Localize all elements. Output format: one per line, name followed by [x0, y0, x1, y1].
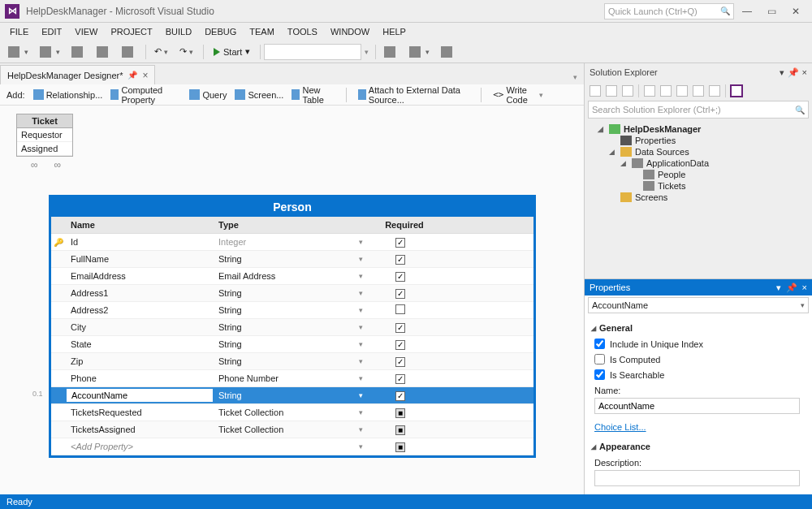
se-back-icon[interactable] [590, 85, 601, 97]
write-code-button[interactable]: <>Write Code▾ [493, 85, 543, 105]
add-screen-button[interactable]: Screen... [235, 89, 283, 100]
tree-table-tickets[interactable]: Tickets [588, 180, 812, 192]
prop-include-unique[interactable]: Include in Unique Index [591, 336, 806, 352]
menu-help[interactable]: HELP [376, 25, 412, 38]
property-required-cell[interactable]: ■ [368, 408, 433, 418]
property-required-cell[interactable]: ✓ [368, 254, 433, 265]
property-name-cell[interactable]: FullName [66, 254, 214, 264]
menu-project[interactable]: PROJECT [104, 25, 158, 38]
property-name-cell[interactable]: Id [66, 237, 214, 247]
close-button[interactable]: ✕ [784, 3, 807, 19]
is-computed-checkbox[interactable] [594, 354, 605, 364]
property-required-cell[interactable]: ✓ [368, 288, 433, 299]
property-type-cell[interactable]: String▾ [214, 305, 368, 315]
new-table-button[interactable]: New Table [292, 85, 335, 105]
required-checkbox[interactable]: ■ [395, 442, 405, 452]
property-name-cell[interactable]: TicketsRequested [66, 408, 214, 417]
required-checkbox[interactable]: ✓ [395, 238, 405, 248]
required-checkbox[interactable]: ✓ [395, 374, 405, 384]
property-row[interactable]: FullNameString▾✓ [51, 251, 533, 268]
redo-button[interactable]: ↷▾ [175, 45, 198, 58]
save-button[interactable] [92, 45, 115, 59]
add-computed-property-button[interactable]: Computed Property [110, 85, 181, 105]
property-name-cell[interactable]: Zip [66, 356, 214, 366]
prop-is-searchable[interactable]: Is Searchable [591, 367, 806, 382]
property-row[interactable]: Address1String▾✓ [51, 285, 533, 302]
menu-build[interactable]: BUILD [159, 25, 198, 38]
document-tab[interactable]: HelpDeskManager Designer* 📌 × [0, 65, 155, 84]
minimize-button[interactable]: — [736, 3, 758, 19]
property-required-cell[interactable]: ■ [368, 425, 433, 435]
required-checkbox[interactable]: ■ [395, 425, 405, 435]
property-type-cell[interactable]: Integer▾ [214, 237, 368, 247]
property-row[interactable]: TicketsRequestedTicket Collection▾■ [51, 404, 533, 421]
property-required-cell[interactable]: ■ [368, 442, 433, 452]
tree-project[interactable]: ◢HelpDeskManager [588, 123, 812, 135]
prop-description-input[interactable] [594, 470, 800, 486]
is-searchable-checkbox[interactable] [594, 369, 605, 380]
property-name-cell[interactable]: Address1 [66, 288, 214, 298]
attach-external-button[interactable]: Attach to External Data Source... [358, 85, 470, 105]
property-name-cell[interactable]: Address2 [66, 305, 214, 315]
se-sync-icon[interactable] [660, 85, 672, 97]
property-name-cell[interactable]: TicketsAssigned [66, 425, 214, 434]
property-type-cell[interactable]: String▾ [214, 288, 368, 298]
property-row[interactable]: TicketsAssignedTicket Collection▾■ [51, 421, 533, 438]
property-row[interactable]: 🔑IdInteger▾✓ [51, 234, 533, 251]
ticket-field[interactable]: Assigned [17, 142, 72, 156]
required-checkbox[interactable]: ✓ [395, 391, 405, 401]
property-row[interactable]: CityString▾✓ [51, 319, 533, 336]
property-required-cell[interactable]: ✓ [368, 373, 433, 384]
section-general[interactable]: General [591, 320, 806, 336]
ticket-entity[interactable]: Ticket Requestor Assigned [16, 114, 73, 157]
property-type-cell[interactable]: String▾ [214, 339, 368, 349]
se-collapse-icon[interactable] [676, 85, 688, 97]
undo-button[interactable]: ↶▾ [149, 45, 173, 58]
property-required-cell[interactable]: ✓ [368, 356, 433, 367]
property-type-cell[interactable]: Phone Number▾ [214, 373, 368, 383]
property-row[interactable]: PhonePhone Number▾✓ [51, 370, 533, 387]
property-type-cell[interactable]: ▾ [214, 442, 368, 451]
property-type-cell[interactable]: Ticket Collection▾ [214, 408, 368, 417]
maximize-button[interactable]: ▭ [760, 3, 783, 19]
se-home-icon[interactable] [622, 85, 633, 97]
required-checkbox[interactable]: ■ [395, 408, 405, 418]
property-type-cell[interactable]: Email Address▾ [214, 271, 368, 281]
property-required-cell[interactable]: ✓ [368, 322, 433, 333]
required-checkbox[interactable]: ✓ [395, 357, 405, 367]
pin-icon[interactable]: 📌 [127, 71, 137, 80]
property-type-cell[interactable]: String▾ [214, 322, 368, 332]
menu-debug[interactable]: DEBUG [198, 25, 243, 38]
property-row[interactable]: ZipString▾✓ [51, 353, 533, 370]
include-unique-checkbox[interactable] [594, 339, 605, 349]
open-button[interactable] [67, 45, 90, 59]
col-header-required[interactable]: Required [368, 217, 441, 233]
property-type-cell[interactable]: String▾ [214, 356, 368, 366]
tab-close-icon[interactable]: × [142, 70, 148, 81]
required-checkbox[interactable]: ✓ [395, 289, 405, 299]
toolbar-button[interactable] [436, 45, 460, 59]
property-name-cell[interactable]: City [66, 322, 214, 332]
property-type-cell[interactable]: Ticket Collection▾ [214, 425, 368, 434]
properties-context-dropdown[interactable]: AccountName▾ [588, 297, 809, 313]
tree-screens[interactable]: Screens [588, 192, 812, 203]
required-checkbox[interactable] [395, 304, 405, 314]
tree-table-people[interactable]: People [588, 169, 812, 180]
tree-properties[interactable]: Properties [588, 135, 812, 146]
property-row[interactable]: Address2String▾ [51, 302, 533, 319]
property-type-cell[interactable]: String▾ [214, 254, 368, 264]
property-required-cell[interactable]: ✓ [368, 390, 433, 401]
se-show-icon[interactable] [693, 85, 704, 97]
property-row[interactable]: <Add Property>▾■ [51, 438, 533, 455]
se-refresh-icon[interactable] [644, 85, 655, 97]
property-row[interactable]: AccountNameString▾✓ [51, 387, 533, 404]
property-row[interactable]: StateString▾✓ [51, 336, 533, 353]
required-checkbox[interactable]: ✓ [395, 272, 405, 282]
section-appearance[interactable]: Appearance [591, 438, 806, 455]
se-view-icon[interactable] [709, 85, 720, 97]
menu-tools[interactable]: TOOLS [281, 25, 324, 38]
designer-canvas[interactable]: Ticket Requestor Assigned ∞∞ 0.1 Person … [0, 106, 584, 494]
prop-name-input[interactable] [594, 398, 800, 414]
person-entity[interactable]: Person Name Type Required 🔑IdInteger▾✓Fu… [49, 195, 536, 458]
config-dropdown[interactable] [264, 44, 361, 60]
